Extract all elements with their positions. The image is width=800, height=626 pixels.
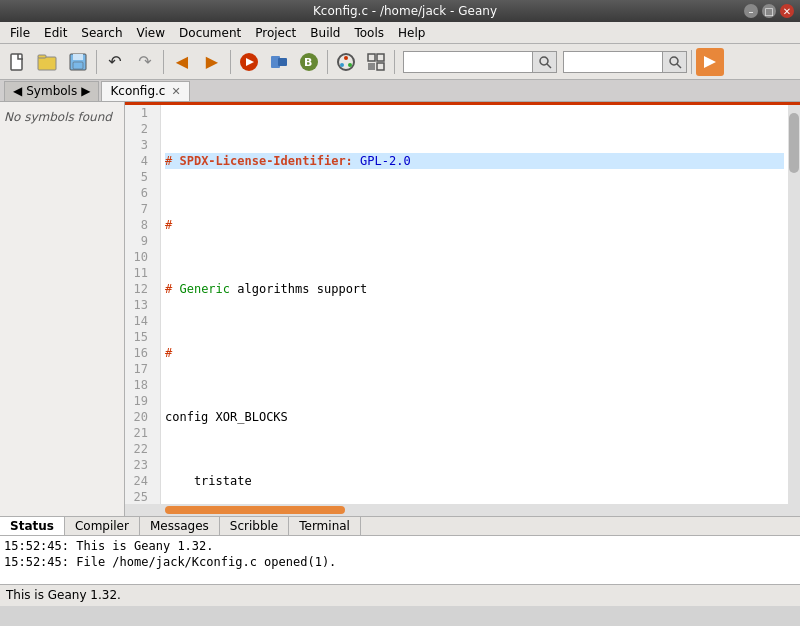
separator-4 — [327, 50, 328, 74]
prefs-button[interactable] — [332, 48, 360, 76]
code-line-1: # SPDX-License-Identifier: GPL-2.0 — [165, 153, 784, 169]
svg-rect-2 — [38, 55, 46, 58]
line-numbers: 123 456 789 101112 131415 161718 192021 … — [125, 105, 161, 504]
build-run-button[interactable] — [265, 48, 293, 76]
separator-6 — [691, 50, 692, 74]
menu-project[interactable]: Project — [249, 24, 302, 42]
zoom-button[interactable] — [362, 48, 390, 76]
svg-rect-17 — [377, 54, 384, 61]
status-bar: Status Compiler Messages Scribble Termin… — [0, 516, 800, 606]
code-editor[interactable]: # SPDX-License-Identifier: GPL-2.0 # # G… — [161, 105, 788, 504]
redo-button[interactable]: ↷ — [131, 48, 159, 76]
separator-1 — [96, 50, 97, 74]
sidebar: No symbols found — [0, 102, 125, 516]
nav-forward-button[interactable]: ▶ — [198, 48, 226, 76]
svg-rect-0 — [11, 54, 22, 70]
svg-rect-16 — [368, 54, 375, 61]
window-controls[interactable]: – □ ✕ — [744, 4, 794, 18]
svg-rect-1 — [38, 57, 56, 70]
jumpto-go-button[interactable] — [663, 51, 687, 73]
separator-3 — [230, 50, 231, 74]
tab-kconfig-label: Kconfig.c — [110, 84, 165, 98]
svg-marker-24 — [704, 56, 716, 68]
save-button[interactable] — [64, 48, 92, 76]
menu-document[interactable]: Document — [173, 24, 247, 42]
tab-symbols-label: Symbols — [26, 84, 77, 98]
tab-symbols-arrow-left[interactable]: ◀ — [13, 84, 22, 98]
bottom-status: This is Geany 1.32. — [0, 584, 800, 604]
svg-point-20 — [540, 57, 548, 65]
build-compile-button[interactable] — [235, 48, 263, 76]
svg-rect-4 — [73, 54, 83, 60]
editor-wrapper: 123 456 789 101112 131415 161718 192021 … — [125, 102, 800, 516]
code-line-2: # — [165, 217, 784, 233]
new-button[interactable] — [4, 48, 32, 76]
jumpto-field-group — [563, 51, 687, 73]
status-tab-status[interactable]: Status — [0, 517, 65, 535]
status-tab-terminal[interactable]: Terminal — [289, 517, 361, 535]
tab-kconfig-close[interactable]: ✕ — [171, 85, 180, 98]
hscroll-bar[interactable] — [125, 504, 800, 516]
title-bar: Kconfig.c - /home/jack - Geany – □ ✕ — [0, 0, 800, 22]
vertical-scrollbar[interactable] — [788, 105, 800, 504]
minimize-button[interactable]: – — [744, 4, 758, 18]
svg-text:B: B — [304, 56, 312, 69]
jumpto-input[interactable] — [563, 51, 663, 73]
svg-rect-18 — [368, 63, 375, 70]
menu-tools[interactable]: Tools — [348, 24, 390, 42]
code-line-5: config XOR_BLOCKS — [165, 409, 784, 425]
tab-symbols-arrow-right[interactable]: ▶ — [81, 84, 90, 98]
close-button[interactable]: ✕ — [780, 4, 794, 18]
menu-bar: File Edit Search View Document Project B… — [0, 22, 800, 44]
code-line-3: # Generic algorithms support — [165, 281, 784, 297]
svg-point-22 — [670, 57, 678, 65]
hscroll-thumb[interactable] — [165, 506, 345, 514]
goto-button[interactable] — [696, 48, 724, 76]
svg-rect-5 — [73, 62, 83, 69]
menu-view[interactable]: View — [131, 24, 171, 42]
status-tab-scribble[interactable]: Scribble — [220, 517, 289, 535]
search-go-button[interactable] — [533, 51, 557, 73]
svg-rect-19 — [377, 63, 384, 70]
status-tab-compiler[interactable]: Compiler — [65, 517, 140, 535]
search-input[interactable] — [403, 51, 533, 73]
bottom-status-text: This is Geany 1.32. — [6, 588, 121, 602]
menu-search[interactable]: Search — [75, 24, 128, 42]
status-tabs: Status Compiler Messages Scribble Termin… — [0, 517, 800, 536]
main-area: No symbols found 123 456 789 101112 1314… — [0, 102, 800, 516]
svg-point-15 — [348, 63, 352, 67]
maximize-button[interactable]: □ — [762, 4, 776, 18]
undo-button[interactable]: ↶ — [101, 48, 129, 76]
status-line-2: 15:52:45: File /home/jack/Kconfig.c open… — [4, 554, 796, 570]
status-line-1: 15:52:45: This is Geany 1.32. — [4, 538, 796, 554]
scrollbar-thumb[interactable] — [789, 113, 799, 173]
tab-kconfig[interactable]: Kconfig.c ✕ — [101, 81, 189, 101]
toolbar: ↶ ↷ ◀ ▶ B — [0, 44, 800, 80]
svg-line-21 — [547, 64, 551, 68]
tab-symbols[interactable]: ◀ Symbols ▶ — [4, 81, 99, 101]
svg-rect-9 — [278, 58, 287, 66]
status-messages: 15:52:45: This is Geany 1.32. 15:52:45: … — [0, 536, 800, 584]
editor-content: 123 456 789 101112 131415 161718 192021 … — [125, 105, 800, 504]
separator-5 — [394, 50, 395, 74]
search-field-group — [403, 51, 557, 73]
code-line-4: # — [165, 345, 784, 361]
status-tab-messages[interactable]: Messages — [140, 517, 220, 535]
menu-build[interactable]: Build — [304, 24, 346, 42]
menu-file[interactable]: File — [4, 24, 36, 42]
tabs-row: ◀ Symbols ▶ Kconfig.c ✕ — [0, 80, 800, 102]
menu-help[interactable]: Help — [392, 24, 431, 42]
window-title: Kconfig.c - /home/jack - Geany — [66, 4, 744, 18]
svg-line-23 — [677, 64, 681, 68]
svg-point-14 — [340, 63, 344, 67]
svg-point-13 — [344, 56, 348, 60]
menu-edit[interactable]: Edit — [38, 24, 73, 42]
build-button[interactable]: B — [295, 48, 323, 76]
no-symbols-text: No symbols found — [4, 106, 120, 124]
code-line-6: tristate — [165, 473, 784, 489]
separator-2 — [163, 50, 164, 74]
open-button[interactable] — [34, 48, 62, 76]
nav-back-button[interactable]: ◀ — [168, 48, 196, 76]
